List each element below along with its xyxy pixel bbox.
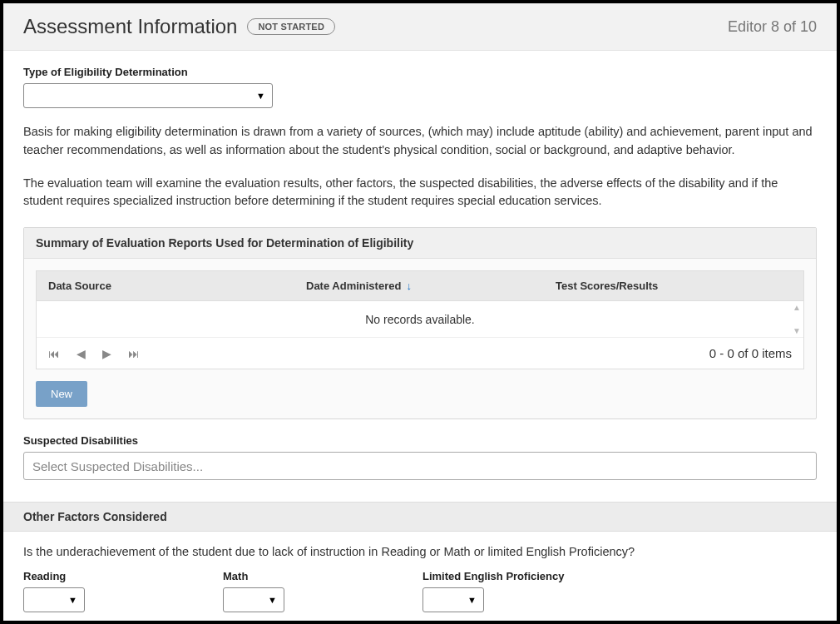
status-badge: NOT STARTED <box>247 18 335 35</box>
suspected-disabilities-placeholder: Select Suspected Disabilities... <box>32 459 203 473</box>
math-select[interactable]: ▼ <box>223 587 284 612</box>
page-title: Assessment Information <box>23 15 237 38</box>
basis-paragraph: Basis for making eligibility determinati… <box>23 123 817 160</box>
grid-scrollbar[interactable]: ▲ ▼ <box>792 303 802 335</box>
evaluation-paragraph: The evaluation team will examine the eva… <box>23 175 817 211</box>
type-of-eligibility-label: Type of Eligibility Determination <box>23 66 817 78</box>
type-of-eligibility-select[interactable]: ▼ <box>23 83 273 108</box>
grid-empty-text: No records available. <box>365 313 475 326</box>
reading-label: Reading <box>23 570 223 582</box>
scroll-up-icon: ▲ <box>793 303 801 312</box>
chevron-down-icon: ▼ <box>268 595 277 605</box>
grid-header-row: Data Source Date Administered ↓ Test Sco… <box>37 271 803 301</box>
editor-counter: Editor 8 of 10 <box>728 18 817 36</box>
chevron-down-icon: ▼ <box>467 595 477 605</box>
chevron-down-icon: ▼ <box>68 595 77 605</box>
column-data-source[interactable]: Data Source <box>37 271 294 300</box>
pager-items-count: 0 - 0 of 0 items <box>709 346 792 360</box>
column-date-administered-label: Date Administered <box>306 280 401 292</box>
grid-empty-row: No records available. ▲ ▼ <box>37 301 803 338</box>
summary-panel: Summary of Evaluation Reports Used for D… <box>23 227 817 419</box>
pager-last-icon[interactable]: ⏭ <box>128 347 140 360</box>
math-label: Math <box>223 570 422 582</box>
underachievement-question: Is the underachievement of the student d… <box>3 532 837 558</box>
reading-select[interactable]: ▼ <box>23 587 85 612</box>
sort-ascending-icon: ↓ <box>406 280 412 292</box>
lep-label: Limited English Proficiency <box>422 570 672 582</box>
pager-first-icon[interactable]: ⏮ <box>48 347 60 360</box>
lep-select[interactable]: ▼ <box>422 587 484 612</box>
grid-footer: ⏮ ◀ ▶ ⏭ 0 - 0 of 0 items <box>37 338 803 369</box>
suspected-disabilities-input[interactable]: Select Suspected Disabilities... <box>23 452 817 480</box>
page-header: Assessment Information NOT STARTED Edito… <box>3 3 837 51</box>
pager-prev-icon[interactable]: ◀ <box>77 347 86 360</box>
pager-next-icon[interactable]: ▶ <box>102 347 111 360</box>
column-test-scores[interactable]: Test Scores/Results <box>544 271 803 300</box>
suspected-disabilities-label: Suspected Disabilities <box>23 434 817 447</box>
column-date-administered[interactable]: Date Administered ↓ <box>294 271 544 300</box>
summary-panel-header: Summary of Evaluation Reports Used for D… <box>24 228 816 259</box>
factor-selects-row: Reading ▼ Math ▼ Limited English Profici… <box>3 558 837 612</box>
chevron-down-icon: ▼ <box>256 91 265 101</box>
new-button[interactable]: New <box>36 381 87 407</box>
scroll-down-icon: ▼ <box>793 326 801 335</box>
evaluation-reports-grid: Data Source Date Administered ↓ Test Sco… <box>36 270 804 369</box>
pager: ⏮ ◀ ▶ ⏭ <box>48 347 140 360</box>
other-factors-header: Other Factors Considered <box>3 502 837 532</box>
